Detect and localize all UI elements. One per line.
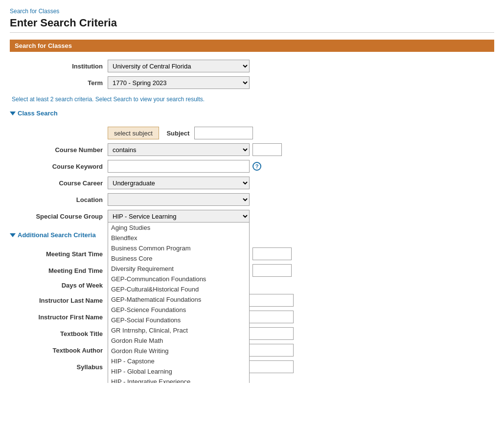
textbook-title-row: Textbook Title: [10, 325, 494, 342]
course-keyword-row: Course Keyword ?: [10, 158, 494, 175]
meeting-end-label: Meeting End Time: [10, 262, 108, 279]
institution-row: Institution University of Central Florid…: [10, 58, 494, 74]
instructor-first-label: Instructor First Name: [10, 309, 108, 325]
course-number-input[interactable]: [252, 143, 282, 156]
subject-input[interactable]: [194, 127, 253, 139]
location-label: Location: [10, 191, 108, 208]
textbook-author-row: Textbook Author: [10, 342, 494, 358]
term-control: 1770 - Spring 2023: [108, 74, 494, 91]
instructor-first-row: Instructor First Name: [10, 309, 494, 325]
dropdown-item[interactable]: Gordon Rule Math: [108, 335, 249, 346]
course-career-label: Course Career: [10, 175, 108, 191]
class-search-label: Class Search: [18, 110, 58, 117]
dropdown-item[interactable]: HIP - Integrative Experience: [108, 377, 249, 383]
special-course-group-row: Special Course Group HIP - Service Learn…: [10, 208, 494, 224]
breadcrumb[interactable]: Search for Classes: [10, 8, 494, 15]
section-header: Search for Classes: [10, 40, 494, 52]
institution-label: Institution: [10, 58, 108, 74]
subject-spacer: [10, 125, 108, 141]
course-keyword-control: ?: [108, 158, 494, 175]
dropdown-item[interactable]: Business Core: [108, 253, 249, 264]
additional-criteria-label: Additional Search Criteria: [18, 231, 96, 239]
subject-control: select subject Subject: [108, 125, 494, 141]
dropdown-item[interactable]: GEP-Communcation Foundations: [108, 274, 249, 284]
help-icon[interactable]: ?: [252, 162, 261, 171]
page-title: Enter Search Criteria: [10, 17, 494, 33]
course-career-row: Course Career Undergraduate Graduate: [10, 175, 494, 191]
additional-criteria-header[interactable]: Additional Search Criteria: [10, 231, 494, 239]
course-number-select[interactable]: contains starts with exactly: [108, 143, 250, 156]
course-number-control: contains starts with exactly: [108, 141, 494, 158]
dropdown-item[interactable]: Business Common Program: [108, 243, 249, 253]
course-number-label: Course Number: [10, 141, 108, 158]
instruction-text: Select at least 2 search criteria. Selec…: [12, 96, 494, 103]
location-control: [108, 191, 494, 208]
days-of-week-label: Days of Week: [10, 279, 108, 292]
syllabus-label: Syllabus: [10, 358, 108, 375]
page-container: Search for Classes Enter Search Criteria…: [0, 0, 504, 383]
dropdown-item[interactable]: GEP-Mathematical Foundations: [108, 294, 249, 305]
special-course-group-control: HIP - Service Learning Aging StudiesBlen…: [108, 208, 494, 224]
meeting-start-row: Meeting Start Time 12:00 AM1:00 AM6:00 A…: [10, 246, 494, 262]
dropdown-item[interactable]: GEP-Social Foundations: [108, 315, 249, 325]
course-career-control: Undergraduate Graduate: [108, 175, 494, 191]
course-career-select[interactable]: Undergraduate Graduate: [108, 177, 250, 189]
institution-form: Institution University of Central Florid…: [10, 58, 494, 91]
dropdown-item[interactable]: GEP-Cultural&Historical Found: [108, 284, 249, 294]
special-course-group-select[interactable]: HIP - Service Learning: [108, 210, 250, 223]
dropdown-list[interactable]: Aging StudiesBlendflexBusiness Common Pr…: [108, 223, 250, 383]
chevron-down-icon-2: [10, 233, 16, 237]
dropdown-item[interactable]: HIP - Capstone: [108, 356, 249, 366]
meeting-start-label: Meeting Start Time: [10, 246, 108, 262]
days-of-week-row: Days of Week Thurs Fri Sat Sun: [10, 279, 494, 292]
textbook-title-label: Textbook Title: [10, 325, 108, 342]
class-search-form: select subject Subject Course Number con…: [10, 125, 494, 224]
dropdown-item[interactable]: Gordon Rule Writing: [108, 346, 249, 356]
additional-search-form: Meeting Start Time 12:00 AM1:00 AM6:00 A…: [10, 246, 494, 375]
term-select[interactable]: 1770 - Spring 2023: [108, 76, 250, 89]
syllabus-row: Syllabus: [10, 358, 494, 375]
class-search-header[interactable]: Class Search: [10, 110, 494, 117]
dropdown-item[interactable]: Aging Studies: [108, 223, 249, 233]
course-keyword-label: Course Keyword: [10, 158, 108, 175]
dropdown-item[interactable]: Blendflex: [108, 233, 249, 243]
location-row: Location: [10, 191, 494, 208]
dropdown-item[interactable]: GEP-Science Foundations: [108, 305, 249, 315]
course-number-row: Course Number contains starts with exact…: [10, 141, 494, 158]
term-label: Term: [10, 74, 108, 91]
dropdown-item[interactable]: HIP - Global Learning: [108, 366, 249, 377]
meeting-end-row: Meeting End Time 12:00 AM1:00 AM6:00 AM7…: [10, 262, 494, 279]
subject-inline-label: Subject: [166, 130, 189, 137]
dropdown-item[interactable]: GR Intrnshp, Clinical, Pract: [108, 325, 249, 335]
location-select[interactable]: [108, 193, 250, 206]
chevron-down-icon: [10, 112, 16, 115]
meeting-start-input[interactable]: [252, 247, 292, 260]
institution-control: University of Central Florida: [108, 58, 494, 74]
meeting-end-input[interactable]: [252, 264, 292, 277]
select-subject-button[interactable]: select subject: [108, 127, 159, 139]
special-course-group-label: Special Course Group: [10, 208, 108, 224]
dropdown-item[interactable]: Diversity Requirement: [108, 264, 249, 274]
institution-select[interactable]: University of Central Florida: [108, 60, 250, 72]
course-keyword-input[interactable]: [108, 160, 250, 173]
instructor-last-label: Instructor Last Name: [10, 292, 108, 309]
term-row: Term 1770 - Spring 2023: [10, 74, 494, 91]
textbook-author-label: Textbook Author: [10, 342, 108, 358]
subject-row: select subject Subject: [10, 125, 494, 141]
instructor-last-row: Instructor Last Name: [10, 292, 494, 309]
special-course-group-container: HIP - Service Learning Aging StudiesBlen…: [108, 210, 250, 223]
